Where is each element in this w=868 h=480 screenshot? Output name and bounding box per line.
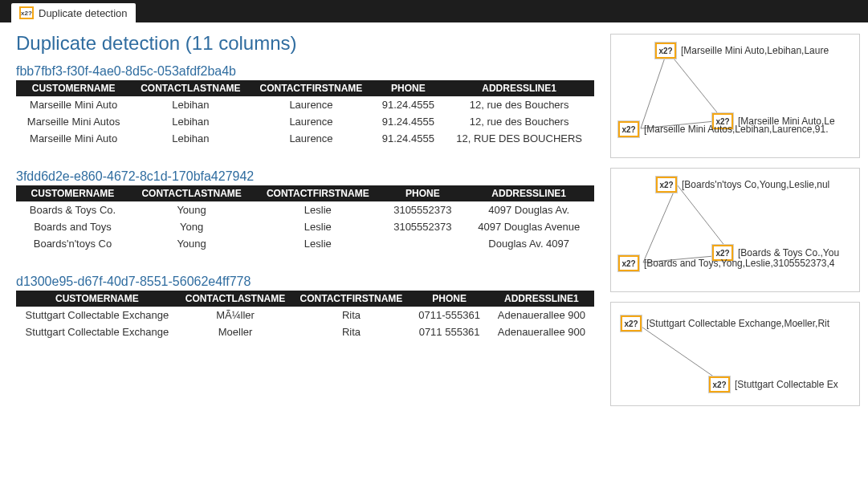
table-row[interactable]: Boards and ToysYongLeslie31055523734097 … xyxy=(16,218,594,235)
table-cell: Moeller xyxy=(178,323,293,340)
table-cell: Yong xyxy=(129,218,254,235)
table-cell: Boards'n'toys Co xyxy=(16,235,129,252)
duplicate-icon: x2? xyxy=(618,121,639,137)
duplicate-icon: x2? xyxy=(19,6,34,19)
svg-line-6 xyxy=(637,323,725,384)
graph-node-label: [Stuttgart Collectable Exchange,Moeller,… xyxy=(646,318,829,329)
table-row[interactable]: Stuttgart Collectable ExchangeMÃ¼llerRit… xyxy=(16,307,594,323)
table-cell: Lebihan xyxy=(131,130,250,147)
table-cell: 4097 Douglas Avenue xyxy=(463,218,594,235)
graph-node[interactable]: x2?[Boards'n'toys Co,Young,Leslie,nul xyxy=(656,177,829,193)
table-cell: Young xyxy=(129,201,254,218)
group-id[interactable]: 3fdd6d2e-e860-4672-8c1d-170bfa427942 xyxy=(16,169,594,184)
tables-column: Duplicate detection (11 columns) fbb7fbf… xyxy=(16,34,594,406)
svg-line-0 xyxy=(667,51,723,120)
table-cell: 12, rue des Bouchers xyxy=(444,96,594,113)
graph-panel[interactable]: x2?[Boards'n'toys Co,Young,Leslie,nulx2?… xyxy=(610,168,860,292)
svg-line-1 xyxy=(641,51,667,128)
svg-line-4 xyxy=(643,185,677,262)
graph-node-label: [Boards and Toys,Yong,Leslie,3105552373,… xyxy=(644,258,835,269)
column-header: CONTACTFIRSTNAME xyxy=(251,80,373,96)
graph-node[interactable]: x2?[Boards and Toys,Yong,Leslie,31055523… xyxy=(618,255,835,271)
duplicate-table: CUSTOMERNAMECONTACTLASTNAMECONTACTFIRSTN… xyxy=(16,291,594,340)
table-cell: Douglas Av. 4097 xyxy=(463,235,594,252)
column-header: PHONE xyxy=(381,185,463,201)
table-cell: 91.24.4555 xyxy=(372,113,444,130)
tab-bar: x2? Duplicate detection xyxy=(0,0,868,22)
table-cell: 3105552373 xyxy=(381,218,463,235)
table-row[interactable]: Stuttgart Collectable ExchangeMoellerRit… xyxy=(16,323,594,340)
column-header: ADDRESSLINE1 xyxy=(444,80,594,96)
graph-panel[interactable]: x2?[Stuttgart Collectable Exchange,Moell… xyxy=(610,302,860,406)
graph-node-label: [Boards'n'toys Co,Young,Leslie,nul xyxy=(682,179,829,190)
table-cell: Lebihan xyxy=(131,96,250,113)
column-header: PHONE xyxy=(410,291,489,307)
table-cell: Laurence xyxy=(251,113,373,130)
table-cell: Marseille Mini Auto xyxy=(16,96,131,113)
column-header: CONTACTFIRSTNAME xyxy=(254,185,381,201)
column-header: ADDRESSLINE1 xyxy=(463,185,594,201)
graph-node[interactable]: x2?[Marseille Mini Autos,Lebihan,Laurenc… xyxy=(618,121,828,137)
duplicate-group: d1300e95-d67f-40d7-8551-56062e4ff778CUST… xyxy=(16,275,594,340)
table-cell: 0711-555361 xyxy=(410,307,489,323)
table-cell: Lebihan xyxy=(131,113,250,130)
table-row[interactable]: Boards & Toys Co.YoungLeslie310555237340… xyxy=(16,201,594,218)
table-cell: Leslie xyxy=(254,201,381,218)
table-cell: 12, RUE DES BOUCHERS xyxy=(444,130,594,147)
graph-node[interactable]: x2?[Stuttgart Collectable Exchange,Moell… xyxy=(621,315,829,332)
group-id[interactable]: fbb7fbf3-f30f-4ae0-8d5c-053afdf2ba4b xyxy=(16,64,594,79)
duplicate-icon: x2? xyxy=(621,315,642,332)
column-header: ADDRESSLINE1 xyxy=(489,291,594,307)
duplicate-icon: x2? xyxy=(709,376,730,393)
column-header: PHONE xyxy=(372,80,444,96)
table-cell: Laurence xyxy=(251,130,373,147)
column-header: CONTACTLASTNAME xyxy=(178,291,293,307)
graph-node-label: [Marseille Mini Auto,Lebihan,Laure xyxy=(681,45,829,56)
table-cell: Laurence xyxy=(251,96,373,113)
table-cell: 91.24.4555 xyxy=(372,130,444,147)
table-cell: 91.24.4555 xyxy=(372,96,444,113)
graph-node-label: [Marseille Mini Autos,Lebihan,Laurence,9… xyxy=(644,124,828,135)
table-row[interactable]: Boards'n'toys CoYoungLeslieDouglas Av. 4… xyxy=(16,235,594,252)
duplicate-icon: x2? xyxy=(618,255,639,271)
table-cell: Marseille Mini Autos xyxy=(16,113,131,130)
column-header: CUSTOMERNAME xyxy=(16,185,129,201)
tab-label: Duplicate detection xyxy=(39,7,128,19)
column-header: CONTACTFIRSTNAME xyxy=(292,291,410,307)
table-row[interactable]: Marseille Mini AutosLebihanLaurence91.24… xyxy=(16,113,594,130)
column-header: CONTACTLASTNAME xyxy=(131,80,250,96)
graph-node[interactable]: x2?[Marseille Mini Auto,Lebihan,Laure xyxy=(655,43,829,59)
table-cell: Rita xyxy=(292,323,410,340)
graph-node[interactable]: x2?[Stuttgart Collectable Ex xyxy=(709,376,838,393)
table-cell: 3105552373 xyxy=(381,201,463,218)
table-cell: Stuttgart Collectable Exchange xyxy=(16,323,178,340)
table-cell: Leslie xyxy=(254,235,381,252)
table-row[interactable]: Marseille Mini AutoLebihanLaurence91.24.… xyxy=(16,96,594,113)
graph-node-label: [Stuttgart Collectable Ex xyxy=(735,379,838,390)
column-header: CUSTOMERNAME xyxy=(16,80,131,96)
table-cell: Adenauerallee 900 xyxy=(489,323,594,340)
column-header: CONTACTLASTNAME xyxy=(129,185,254,201)
group-id[interactable]: d1300e95-d67f-40d7-8551-56062e4ff778 xyxy=(16,275,594,289)
table-cell: Young xyxy=(129,235,254,252)
table-cell: 12, rue des Bouchers xyxy=(444,113,594,130)
duplicate-group: fbb7fbf3-f30f-4ae0-8d5c-053afdf2ba4bCUST… xyxy=(16,64,594,147)
graphs-column: x2?[Marseille Mini Auto,Lebihan,Laurex2?… xyxy=(610,34,860,406)
graph-panel[interactable]: x2?[Marseille Mini Auto,Lebihan,Laurex2?… xyxy=(610,34,860,158)
page-title: Duplicate detection (11 columns) xyxy=(16,34,594,53)
tab-duplicate-detection[interactable]: x2? Duplicate detection xyxy=(11,3,136,22)
table-cell: Marseille Mini Auto xyxy=(16,130,131,147)
table-cell xyxy=(381,235,463,252)
table-cell: Adenauerallee 900 xyxy=(489,307,594,323)
table-row[interactable]: Marseille Mini AutoLebihanLaurence91.24.… xyxy=(16,130,594,147)
table-cell: 0711 555361 xyxy=(410,323,489,340)
duplicate-table: CUSTOMERNAMECONTACTLASTNAMECONTACTFIRSTN… xyxy=(16,185,594,252)
duplicate-group: 3fdd6d2e-e860-4672-8c1d-170bfa427942CUST… xyxy=(16,169,594,252)
table-cell: Boards and Toys xyxy=(16,218,129,235)
duplicate-icon: x2? xyxy=(656,177,677,193)
table-cell: Leslie xyxy=(254,218,381,235)
table-cell: Stuttgart Collectable Exchange xyxy=(16,307,178,323)
column-header: CUSTOMERNAME xyxy=(16,291,178,307)
duplicate-table: CUSTOMERNAMECONTACTLASTNAMECONTACTFIRSTN… xyxy=(16,80,594,147)
table-cell: 4097 Douglas Av. xyxy=(463,201,594,218)
